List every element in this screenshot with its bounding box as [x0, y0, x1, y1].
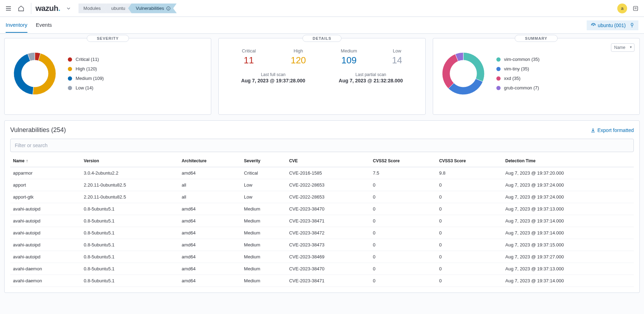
cell-cvss2: 0 [370, 179, 436, 191]
vuln-header: Vulnerabilities (254) Export formatted [10, 126, 634, 134]
cell-name: avahi-autoipd [10, 251, 81, 263]
legend-label: grub-common (7) [504, 85, 539, 90]
cell-name: apport-gtk [10, 191, 81, 203]
cell-severity: Medium [241, 203, 286, 215]
column-header[interactable]: Name↑ [10, 155, 81, 167]
legend-item[interactable]: Critical (11) [68, 57, 104, 62]
svg-point-3 [593, 25, 594, 26]
info-icon: i [166, 6, 170, 11]
column-header[interactable]: CVSS2 Score [370, 155, 436, 167]
column-header[interactable]: Architecture [179, 155, 241, 167]
cell-cvss3: 0 [436, 191, 502, 203]
summary-panel: SUMMARY Name vim-common (35)vim-tiny (35… [433, 38, 640, 115]
cell-severity: Medium [241, 239, 286, 251]
cell-cvss2: 0 [370, 203, 436, 215]
cell-cve: CVE-2023-38470 [286, 203, 370, 215]
detail-stat: Critical11 [242, 48, 256, 66]
cell-version: 0.8-5ubuntu5.1 [81, 239, 179, 251]
detail-stat: Medium109 [341, 48, 357, 66]
home-button[interactable] [15, 3, 27, 14]
cell-arch: amd64 [179, 215, 241, 227]
table-row[interactable]: avahi-autoipd0.8-5ubuntu5.1amd64MediumCV… [10, 227, 634, 239]
avatar[interactable]: a [617, 4, 627, 13]
column-header[interactable]: Detection Time [503, 155, 634, 167]
legend-item[interactable]: vim-common (35) [496, 57, 540, 62]
cell-severity: Medium [241, 275, 286, 287]
cell-arch: amd64 [179, 203, 241, 215]
details-stats: Critical11High120Medium109Low14 [224, 48, 419, 66]
crumb-ubuntu[interactable]: ubuntu [104, 4, 132, 13]
column-header[interactable]: Severity [241, 155, 286, 167]
crumb-label: ubuntu [111, 6, 125, 11]
table-row[interactable]: apparmor3.0.4-2ubuntu2.2amd64CriticalCVE… [10, 167, 634, 179]
column-header[interactable]: CVSS3 Score [436, 155, 502, 167]
panel-title: SEVERITY [86, 35, 129, 42]
table-row[interactable]: avahi-autoipd0.8-5ubuntu5.1amd64MediumCV… [10, 239, 634, 251]
crumb-vulnerabilities[interactable]: Vulnerabilities i [128, 4, 176, 13]
cell-time: Aug 7, 2023 @ 19:37:14.000 [503, 227, 634, 239]
newsfeed-button[interactable] [630, 3, 641, 14]
filter-input[interactable] [10, 139, 634, 152]
table-row[interactable]: avahi-daemon0.8-5ubuntu5.1amd64MediumCVE… [10, 275, 634, 287]
summary-legend: vim-common (35)vim-tiny (35)xxd (35)grub… [496, 57, 540, 90]
cell-time: Aug 7, 2023 @ 19:37:14.000 [503, 275, 634, 287]
table-row[interactable]: avahi-autoipd0.8-5ubuntu5.1amd64MediumCV… [10, 215, 634, 227]
cell-version: 0.8-5ubuntu5.1 [81, 227, 179, 239]
crumb-label: Vulnerabilities [136, 6, 164, 11]
cell-version: 2.20.11-0ubuntu82.5 [81, 179, 179, 191]
legend-item[interactable]: grub-common (7) [496, 85, 540, 90]
table-row[interactable]: apport-gtk2.20.11-0ubuntu82.5allLowCVE-2… [10, 191, 634, 203]
cell-cvss3: 0 [436, 239, 502, 251]
vuln-title: Vulnerabilities (254) [10, 126, 66, 134]
legend-item[interactable]: Medium (109) [68, 76, 104, 81]
severity-donut [10, 49, 59, 98]
legend-item[interactable]: xxd (35) [496, 76, 540, 81]
cell-cve: CVE-2016-1585 [286, 167, 370, 179]
tab-inventory[interactable]: Inventory [6, 22, 27, 33]
legend-item[interactable]: High (120) [68, 66, 104, 71]
summary-select-input[interactable]: Name [611, 43, 635, 52]
detail-label: High [291, 48, 306, 54]
subheader: Inventory Events ubuntu (001) [0, 17, 644, 34]
legend-item[interactable]: Low (14) [68, 85, 104, 90]
vuln-table: Name↑VersionArchitectureSeverityCVECVSS2… [10, 155, 634, 287]
cell-cve: CVE-2023-38471 [286, 275, 370, 287]
column-header[interactable]: CVE [286, 155, 370, 167]
cell-cve: CVE-2023-38469 [286, 251, 370, 263]
cell-arch: amd64 [179, 251, 241, 263]
cell-version: 0.8-5ubuntu5.1 [81, 263, 179, 275]
menu-button[interactable] [3, 3, 14, 14]
cell-time: Aug 7, 2023 @ 19:37:20.000 [503, 167, 634, 179]
detail-label: Critical [242, 48, 256, 54]
cell-cvss2: 0 [370, 263, 436, 275]
cell-cvss2: 0 [370, 227, 436, 239]
app-switcher[interactable] [63, 3, 74, 14]
table-row[interactable]: avahi-autoipd0.8-5ubuntu5.1amd64MediumCV… [10, 203, 634, 215]
table-row[interactable]: apport2.20.11-0ubuntu82.5allLowCVE-2022-… [10, 179, 634, 191]
export-button[interactable]: Export formatted [591, 127, 634, 133]
cell-cve: CVE-2023-38470 [286, 263, 370, 275]
swatch-icon [68, 86, 72, 90]
legend-label: vim-common (35) [504, 57, 540, 62]
column-header[interactable]: Version [81, 155, 179, 167]
table-body: apparmor3.0.4-2ubuntu2.2amd64CriticalCVE… [10, 167, 634, 287]
cell-time: Aug 7, 2023 @ 19:37:13.000 [503, 203, 634, 215]
crumb-label: Modules [83, 6, 101, 11]
cell-cvss2: 0 [370, 215, 436, 227]
cell-name: apparmor [10, 167, 81, 179]
cell-cve: CVE-2022-28653 [286, 191, 370, 203]
table-row[interactable]: avahi-daemon0.8-5ubuntu5.1amd64MediumCVE… [10, 263, 634, 275]
crumb-modules[interactable]: Modules [78, 4, 107, 13]
cell-severity: Medium [241, 251, 286, 263]
cell-arch: amd64 [179, 275, 241, 287]
table-row[interactable]: avahi-autoipd0.8-5ubuntu5.1amd64MediumCV… [10, 251, 634, 263]
agent-badge[interactable]: ubuntu (001) [587, 20, 638, 30]
summary-select[interactable]: Name [611, 43, 635, 52]
scan-label: Last full scan [241, 72, 305, 77]
tab-events[interactable]: Events [36, 22, 52, 33]
cell-name: avahi-autoipd [10, 203, 81, 215]
legend-item[interactable]: vim-tiny (35) [496, 66, 540, 71]
topbar-left: wazuh. Modules ubuntu Vulnerabilities i [3, 3, 177, 14]
chevron-down-icon [66, 6, 71, 11]
legend-label: Medium (109) [76, 76, 104, 81]
